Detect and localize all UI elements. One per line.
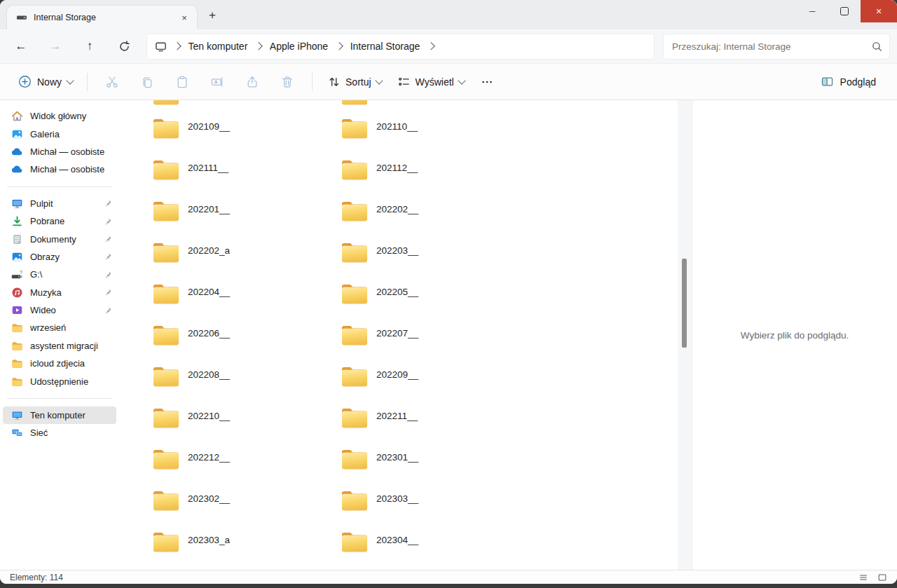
folder-item[interactable]: 202209__ bbox=[341, 363, 529, 404]
folder-item[interactable]: 202109__ bbox=[152, 115, 341, 156]
forward-button[interactable]: → bbox=[43, 34, 68, 58]
preview-pane: Wybierz plik do podglądu. bbox=[692, 100, 897, 570]
folder-item[interactable]: 202207__ bbox=[341, 322, 529, 363]
folder-name: 202301__ bbox=[376, 452, 418, 463]
folder-item[interactable]: 202203__ bbox=[341, 239, 529, 280]
folder-item[interactable]: 202205__ bbox=[341, 280, 529, 322]
folder-item[interactable]: 202204__ bbox=[152, 280, 341, 322]
folder-name: 202112__ bbox=[376, 163, 418, 173]
share-icon[interactable] bbox=[235, 69, 270, 95]
new-tab-button[interactable]: + bbox=[201, 4, 224, 27]
folder-item[interactable]: 202212__ bbox=[152, 446, 341, 487]
folder-item[interactable]: 202206__ bbox=[152, 322, 341, 363]
folder-item[interactable]: 202303_a bbox=[152, 528, 341, 570]
sidebar-separator bbox=[7, 398, 112, 399]
sidebar-item[interactable]: Sieć bbox=[3, 424, 116, 442]
search-icon[interactable] bbox=[871, 41, 882, 52]
folder-item[interactable]: 202202__ bbox=[341, 198, 529, 239]
sidebar-item[interactable]: Pulpit bbox=[3, 195, 116, 212]
statusbar-list-icon[interactable] bbox=[858, 573, 868, 582]
sort-button[interactable]: Sortuj bbox=[320, 69, 390, 95]
maximize-icon bbox=[840, 7, 849, 15]
folder-icon bbox=[152, 488, 180, 512]
gallery-icon bbox=[11, 128, 23, 140]
folder-item[interactable]: 202208__ bbox=[152, 363, 341, 404]
this-pc-icon bbox=[11, 409, 23, 421]
scrollbar-track[interactable] bbox=[678, 100, 692, 570]
sidebar-item[interactable]: Muzyka bbox=[3, 284, 116, 301]
sidebar-item[interactable]: Obrazy bbox=[3, 248, 116, 266]
breadcrumb-item[interactable]: Apple iPhone bbox=[268, 40, 330, 53]
preview-toggle-button[interactable]: Podgląd bbox=[816, 69, 880, 95]
rename-icon[interactable] bbox=[200, 69, 235, 95]
folder-item[interactable]: 202302__ bbox=[152, 487, 341, 528]
folder-item-partial[interactable] bbox=[152, 100, 180, 106]
copy-icon[interactable] bbox=[130, 69, 165, 95]
close-button[interactable]: × bbox=[861, 0, 897, 22]
sidebar-item[interactable]: Michał — osobiste bbox=[3, 143, 116, 160]
view-button-label: Wyświetl bbox=[416, 76, 454, 88]
folder-item[interactable]: 202210__ bbox=[152, 404, 341, 446]
breadcrumb-item[interactable]: Ten komputer bbox=[186, 40, 250, 53]
sidebar-item[interactable]: asystent migracji bbox=[3, 337, 116, 355]
breadcrumb-item[interactable]: Internal Storage bbox=[348, 40, 423, 53]
paste-icon[interactable] bbox=[165, 69, 200, 95]
onedrive-icon bbox=[11, 165, 23, 173]
folder-item[interactable]: 202112__ bbox=[341, 156, 529, 198]
statusbar-thumb-icon[interactable] bbox=[877, 573, 887, 582]
new-button[interactable]: Nowy bbox=[11, 69, 80, 95]
address-bar[interactable]: Ten komputer Apple iPhone Internal Stora… bbox=[146, 34, 655, 60]
folder-item-partial[interactable] bbox=[341, 100, 369, 106]
view-button[interactable]: Wyświetl bbox=[390, 69, 472, 95]
up-button[interactable]: ↑ bbox=[77, 34, 102, 58]
folder-small-icon bbox=[11, 376, 23, 388]
minimize-button[interactable]: ─ bbox=[796, 0, 828, 22]
navigation-bar: ← → ↑ Ten komputer Apple iPhone Internal… bbox=[0, 29, 897, 64]
folder-icon bbox=[152, 158, 180, 181]
tab-close-button[interactable]: × bbox=[176, 9, 193, 26]
sidebar-item[interactable]: Wideo bbox=[3, 301, 116, 319]
search-input[interactable] bbox=[671, 41, 871, 53]
scrollbar-thumb[interactable] bbox=[682, 259, 687, 348]
chevron-right-icon bbox=[336, 43, 343, 50]
folder-name: 202302__ bbox=[188, 493, 230, 504]
sidebar-item[interactable]: wrzesień bbox=[3, 319, 116, 336]
folder-item[interactable]: 202201__ bbox=[152, 198, 341, 239]
folder-item[interactable]: 202110__ bbox=[341, 115, 529, 156]
sidebar-item[interactable]: Widok główny bbox=[3, 107, 116, 125]
refresh-button[interactable] bbox=[111, 34, 137, 58]
sidebar-item[interactable]: Michał — osobiste bbox=[3, 160, 116, 178]
back-button[interactable]: ← bbox=[8, 34, 34, 58]
folder-item[interactable]: 202111__ bbox=[152, 156, 341, 198]
folder-item[interactable]: 202301__ bbox=[341, 446, 529, 487]
folder-item[interactable]: 202211__ bbox=[341, 404, 529, 446]
maximize-button[interactable] bbox=[828, 0, 861, 22]
folder-name: 202209__ bbox=[376, 369, 418, 380]
folder-small-icon bbox=[11, 340, 23, 352]
folder-icon bbox=[341, 100, 369, 106]
explorer-tab[interactable]: Internal Storage × bbox=[7, 6, 197, 29]
folder-name: 202303__ bbox=[376, 493, 418, 504]
folder-icon bbox=[152, 447, 180, 470]
folder-item[interactable]: 202303__ bbox=[341, 487, 529, 528]
sidebar-item[interactable]: Pobrane bbox=[3, 212, 116, 230]
folder-name: 202203__ bbox=[376, 245, 418, 256]
folder-item[interactable]: 202304__ bbox=[341, 528, 529, 570]
delete-icon[interactable] bbox=[270, 69, 305, 95]
sidebar-item[interactable]: Galeria bbox=[3, 125, 116, 142]
sidebar-item[interactable]: Udostępnienie bbox=[3, 372, 116, 390]
pin-icon bbox=[104, 217, 112, 226]
sidebar-item[interactable]: Ten komputer bbox=[3, 406, 116, 424]
sidebar-item[interactable]: icloud zdjecia bbox=[3, 355, 116, 372]
sidebar-item[interactable]: Dokumenty bbox=[3, 230, 116, 247]
home-icon bbox=[11, 110, 23, 122]
folder-small-icon bbox=[11, 322, 23, 334]
pin-icon bbox=[104, 252, 112, 261]
sidebar-item[interactable]: ? G:\ bbox=[3, 266, 116, 283]
folder-item[interactable]: 202202_a bbox=[152, 239, 341, 280]
more-options-button[interactable] bbox=[472, 69, 502, 95]
svg-text:?: ? bbox=[20, 270, 22, 275]
folder-icon bbox=[341, 282, 369, 305]
cut-icon[interactable] bbox=[95, 69, 130, 95]
folder-icon bbox=[341, 530, 369, 553]
